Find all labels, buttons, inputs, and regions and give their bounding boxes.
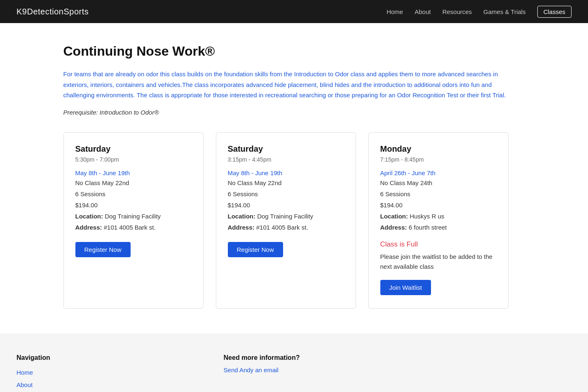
class-full-badge: Class is Full — [380, 240, 497, 249]
card-1-register-button[interactable]: Register Now — [75, 242, 131, 257]
card-2-sessions: 6 Sessions — [228, 188, 344, 200]
card-3-address: Address: 6 fourth street — [380, 222, 497, 233]
card-2-address-label: Address: — [228, 224, 255, 231]
card-2-location-value: Dog Training Facility — [257, 213, 313, 220]
class-cards-container: Saturday 5:30pm - 7:00pm May 8th - June … — [63, 132, 525, 309]
card-3-address-value: 6 fourth street — [409, 224, 447, 231]
nav-about[interactable]: About — [415, 8, 431, 15]
card-1-sessions: 6 Sessions — [75, 188, 192, 200]
card-2-date-range: May 8th - June 19th — [228, 169, 344, 176]
footer-nav-home[interactable]: Home — [16, 366, 59, 379]
footer-contact-heading: Need more information? — [224, 354, 300, 361]
nav-home[interactable]: Home — [387, 8, 403, 15]
card-2-location-label: Location: — [228, 213, 256, 220]
card-2-no-class: No Class May 22nd — [228, 177, 344, 188]
card-2-address-value: #101 4005 Bark st. — [256, 224, 308, 231]
waitlist-message: Please join the waitlist to be added to … — [380, 252, 497, 272]
card-1-address: Address: #101 4005 Bark st. — [75, 222, 192, 233]
nav-classes[interactable]: Classes — [537, 6, 572, 18]
page-description: For teams that are already on odor this … — [63, 69, 517, 101]
nav-games-trials[interactable]: Games & Trials — [483, 8, 526, 15]
footer-navigation: Navigation Home About Resources Games & … — [16, 354, 59, 392]
site-footer: Navigation Home About Resources Games & … — [0, 333, 588, 392]
card-3-location: Location: Huskys R us — [380, 211, 497, 222]
card-2-register-button[interactable]: Register Now — [228, 242, 283, 257]
card-3-price: $194.00 — [380, 200, 497, 211]
card-2-address: Address: #101 4005 Bark st. — [228, 222, 344, 233]
card-3-waitlist-button[interactable]: Join Waitlist — [380, 280, 431, 295]
card-1-date-range: May 8th - June 19th — [75, 169, 192, 176]
card-1-no-class: No Class May 22nd — [75, 177, 192, 188]
card-1-time: 5:30pm - 7:00pm — [75, 156, 192, 163]
nav-resources[interactable]: Resources — [442, 8, 472, 15]
card-1-location-value: Dog Training Facility — [105, 213, 161, 220]
card-2-time: 3:15pm - 4:45pm — [228, 156, 344, 163]
site-header: K9DetectionSports Home About Resources G… — [0, 0, 588, 23]
card-1-address-value: #101 4005 Bark st. — [104, 224, 156, 231]
card-1-day: Saturday — [75, 144, 192, 154]
card-1-location: Location: Dog Training Facility — [75, 211, 192, 222]
card-1-address-label: Address: — [75, 224, 102, 231]
class-card-3: Monday 7:15pm - 8:45pm April 26th - June… — [368, 132, 508, 309]
card-3-location-value: Huskys R us — [410, 213, 444, 220]
footer-contact: Need more information? Send Andy an emai… — [224, 354, 300, 392]
card-2-day: Saturday — [228, 144, 344, 154]
main-nav: Home About Resources Games & Trials Clas… — [387, 6, 572, 18]
footer-nav-about[interactable]: About — [16, 379, 59, 391]
card-3-date-range: April 26th - June 7th — [380, 169, 497, 176]
card-1-price: $194.00 — [75, 200, 192, 211]
card-2-location: Location: Dog Training Facility — [228, 211, 344, 222]
page-title: Continuing Nose Work® — [63, 44, 525, 59]
card-1-location-label: Location: — [75, 213, 103, 220]
class-card-1: Saturday 5:30pm - 7:00pm May 8th - June … — [63, 132, 204, 309]
class-card-2: Saturday 3:15pm - 4:45pm May 8th - June … — [216, 132, 356, 309]
card-3-no-class: No Class May 24th — [380, 177, 497, 188]
card-3-location-label: Location: — [380, 213, 408, 220]
card-3-time: 7:15pm - 8:45pm — [380, 156, 497, 163]
footer-contact-link[interactable]: Send Andy an email — [224, 366, 279, 373]
card-3-day: Monday — [380, 144, 497, 154]
prerequisite: Prerequisite: Introduction to Odor® — [63, 109, 525, 116]
main-content: Continuing Nose Work® For teams that are… — [47, 23, 541, 333]
card-3-address-label: Address: — [380, 224, 407, 231]
site-title: K9DetectionSports — [16, 7, 89, 16]
card-2-price: $194.00 — [228, 200, 344, 211]
footer-nav-heading: Navigation — [16, 354, 59, 361]
card-3-sessions: 6 Sessions — [380, 188, 497, 200]
